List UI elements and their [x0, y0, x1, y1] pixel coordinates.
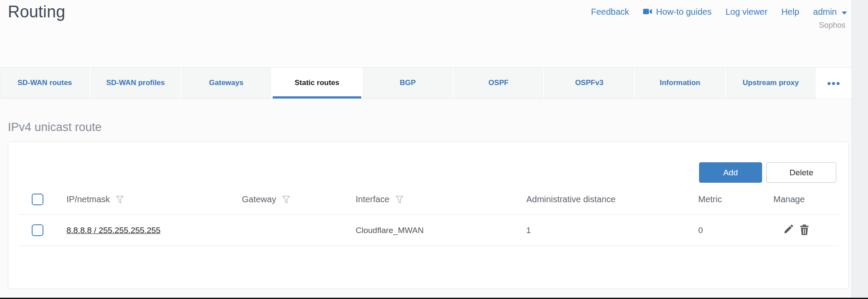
log-viewer-label: Log viewer — [726, 7, 768, 17]
add-button[interactable]: Add — [699, 162, 762, 183]
tab-label: OSPF — [488, 79, 508, 87]
trash-icon — [799, 224, 809, 237]
column-header-metric: Metric — [698, 194, 773, 204]
column-label: Metric — [698, 194, 722, 204]
section-heading: IPv4 unicast route — [8, 121, 849, 134]
delete-row-button[interactable] — [799, 224, 809, 237]
tab-label: BGP — [400, 79, 416, 87]
column-header-gateway: Gateway — [242, 193, 356, 206]
tab-label: Gateways — [209, 79, 243, 87]
tab-information[interactable]: Information — [635, 68, 725, 99]
routing-tabbar: SD-WAN routes SD-WAN profiles Gateways S… — [0, 67, 851, 99]
video-camera-icon — [643, 7, 652, 17]
ellipsis-icon: ••• — [827, 81, 841, 85]
tab-label: Upstream proxy — [743, 79, 799, 87]
column-header-admin-distance: Administrative distance — [526, 194, 698, 204]
feedback-link[interactable]: Feedback — [591, 7, 629, 17]
howto-guides-link[interactable]: How-to guides — [643, 7, 712, 17]
admin-distance-cell: 1 — [526, 226, 698, 235]
delete-button[interactable]: Delete — [766, 162, 836, 183]
row-checkbox-cell — [19, 224, 66, 236]
column-header-manage: Manage — [773, 194, 839, 204]
tab-gateways[interactable]: Gateways — [182, 68, 271, 99]
routes-table: IP/netmask Gateway Interfa — [19, 184, 839, 246]
brand-label: Sophos — [819, 21, 847, 30]
metric-cell: 0 — [698, 226, 773, 235]
column-label: Interface — [356, 194, 389, 204]
feedback-label: Feedback — [591, 7, 629, 17]
routes-card: Add Delete IP/netmask — [8, 141, 849, 289]
tab-static-routes[interactable]: Static routes — [272, 68, 362, 99]
table-header-row: IP/netmask Gateway Interfa — [19, 184, 839, 214]
routing-page: Routing Feedback How-to guides Log viewe… — [0, 0, 868, 299]
header-nav-links: Feedback How-to guides Log viewer Help — [591, 7, 847, 17]
tab-label: Static routes — [295, 79, 340, 87]
main-area: IPv4 unicast route Add Delete IP/netmask — [0, 121, 851, 289]
column-header-ip-netmask: IP/netmask — [66, 193, 242, 206]
user-menu[interactable]: admin — [813, 7, 847, 17]
filter-icon[interactable] — [116, 196, 124, 206]
tab-label: SD-WAN profiles — [106, 79, 165, 87]
tab-label: Information — [660, 79, 700, 87]
column-label: Gateway — [242, 194, 276, 204]
filter-icon[interactable] — [396, 196, 403, 206]
tab-label: SD-WAN routes — [17, 79, 72, 87]
content-area: Routing Feedback How-to guides Log viewe… — [0, 0, 852, 298]
header-nav: Feedback How-to guides Log viewer Help — [591, 3, 847, 30]
tab-upstream-proxy[interactable]: Upstream proxy — [726, 68, 815, 99]
select-all-checkbox[interactable] — [32, 194, 43, 205]
column-label: Administrative distance — [526, 194, 616, 204]
metric-value: 0 — [698, 226, 703, 235]
tab-sdwan-routes[interactable]: SD-WAN routes — [0, 68, 89, 99]
column-header-interface: Interface — [356, 193, 526, 206]
table-row: 8.8.8.8 / 255.255.255.255 Cloudflare_MWA… — [19, 214, 839, 246]
interface-value: Cloudflare_MWAN — [356, 226, 424, 235]
tabs-overflow-button[interactable]: ••• — [817, 68, 851, 99]
column-label: IP/netmask — [66, 194, 110, 204]
tab-ospf[interactable]: OSPF — [454, 68, 543, 99]
howto-guides-label: How-to guides — [656, 7, 712, 17]
route-link[interactable]: 8.8.8.8 / 255.255.255.255 — [66, 226, 161, 235]
user-name: admin — [813, 7, 837, 17]
row-checkbox[interactable] — [32, 224, 43, 236]
admin-distance-value: 1 — [526, 226, 531, 235]
tab-bgp[interactable]: BGP — [363, 68, 452, 99]
help-label: Help — [781, 7, 799, 17]
tab-sdwan-profiles[interactable]: SD-WAN profiles — [91, 68, 180, 99]
pencil-icon — [783, 224, 793, 236]
log-viewer-link[interactable]: Log viewer — [726, 7, 768, 17]
page-header: Routing Feedback How-to guides Log viewe… — [0, 0, 851, 67]
column-label: Manage — [773, 194, 805, 204]
card-actions: Add Delete — [8, 142, 848, 183]
header-checkbox-cell — [19, 194, 66, 205]
chevron-down-icon — [842, 7, 847, 17]
manage-cell — [773, 224, 839, 237]
ip-netmask-cell: 8.8.8.8 / 255.255.255.255 — [66, 226, 242, 235]
page-title: Routing — [8, 3, 65, 21]
filter-icon[interactable] — [282, 196, 290, 206]
tab-label: OSPFv3 — [575, 79, 603, 87]
edit-button[interactable] — [783, 224, 793, 236]
interface-cell: Cloudflare_MWAN — [356, 226, 526, 235]
help-link[interactable]: Help — [781, 7, 799, 17]
tab-ospfv3[interactable]: OSPFv3 — [545, 68, 634, 99]
